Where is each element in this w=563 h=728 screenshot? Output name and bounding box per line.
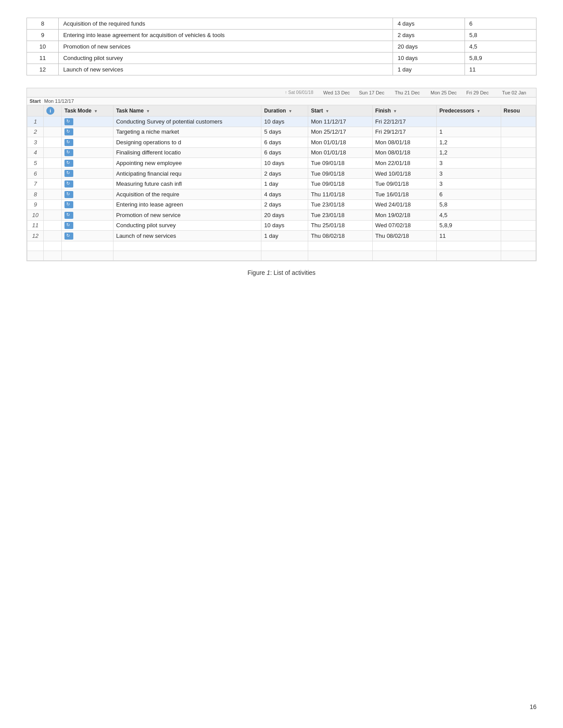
top-table-row: 11 Conducting pilot survey 10 days 5,8,9 (27, 53, 537, 64)
date-thu21: Thu 21 Dec (393, 89, 429, 96)
gantt-row-task-mode (62, 168, 113, 179)
gantt-row-finish: Wed 24/01/18 (372, 199, 436, 210)
gantt-row-finish: Mon 22/01/18 (372, 158, 436, 169)
gantt-row-num: 12 (27, 231, 44, 241)
start-date-value: Mon 11/12/17 (44, 98, 74, 104)
gantt-row-finish: Mon 08/01/18 (372, 147, 436, 158)
task-mode-icon (64, 201, 73, 208)
gantt-row-start: Tue 09/01/18 (308, 158, 372, 169)
row-predecessors: 5,8 (465, 30, 536, 41)
gantt-row-task-mode (62, 127, 113, 137)
row-task-name: Promotion of new services (59, 41, 393, 53)
gantt-row-start: Tue 09/01/18 (308, 168, 372, 179)
gantt-row-task-name: Conducting Survey of potential customers (113, 116, 261, 127)
gantt-start-row: Start Mon 11/12/17 (27, 98, 536, 105)
gantt-row-predecessors: 11 (437, 231, 501, 241)
col-info-header: i (44, 105, 62, 116)
gantt-row-finish: Thu 08/02/18 (372, 231, 436, 241)
gantt-row-resources (501, 127, 536, 137)
gantt-row-duration: 10 days (261, 220, 308, 231)
gantt-row-task-mode (62, 179, 113, 189)
gantt-row: 3 Designing operations to d 6 days Mon 0… (27, 137, 536, 148)
row-predecessors: 11 (465, 64, 536, 75)
gantt-row-predecessors: 4,5 (437, 210, 501, 221)
row-predecessors: 5,8,9 (465, 53, 536, 64)
gantt-row-duration: 2 days (261, 168, 308, 179)
gantt-row-task-name: Targeting a niche market (113, 127, 261, 137)
gantt-row-predecessors: 3 (437, 158, 501, 169)
gantt-row-task-mode (62, 220, 113, 231)
task-mode-icon (64, 149, 73, 156)
row-duration: 20 days (393, 41, 465, 53)
row-num: 8 (27, 18, 59, 30)
gantt-row-task-mode (62, 210, 113, 221)
gantt-row-num: 1 (27, 116, 44, 127)
gantt-row-resources (501, 231, 536, 241)
gantt-row-predecessors: 5,8 (437, 199, 501, 210)
figure-suffix: : List of activities (270, 269, 316, 276)
gantt-row-task-mode (62, 199, 113, 210)
gantt-row-resources (501, 137, 536, 148)
row-task-name: Acquisition of the required funds (59, 18, 393, 30)
gantt-row-finish: Fri 29/12/17 (372, 127, 436, 137)
gantt-row-start: Thu 08/02/18 (308, 231, 372, 241)
start-arrow: ▼ (325, 109, 329, 113)
gantt-row-task-name: Acquisition of the require (113, 189, 261, 199)
task-mode-icon (64, 212, 73, 219)
gantt-row-resources (501, 168, 536, 179)
gantt-row-task-name: Finalising different locatio (113, 147, 261, 158)
row-duration: 1 day (393, 64, 465, 75)
gantt-row-finish: Mon 08/01/18 (372, 137, 436, 148)
row-task-name: Conducting pilot survey (59, 53, 393, 64)
gantt-row-duration: 10 days (261, 116, 308, 127)
gantt-row-info (44, 210, 62, 221)
gantt-row-info (44, 116, 62, 127)
gantt-row-info (44, 179, 62, 189)
date-tue02: Tue 02 Jan (500, 89, 536, 96)
gantt-row-start: Thu 11/01/18 (308, 189, 372, 199)
gantt-row-info (44, 199, 62, 210)
gantt-row: 10 Promotion of new service 20 days Tue … (27, 210, 536, 221)
figure-number: 1 (267, 269, 270, 276)
gantt-row-num: 3 (27, 137, 44, 148)
gantt-row-num: 8 (27, 189, 44, 199)
gantt-row-predecessors: 6 (437, 189, 501, 199)
gantt-row-resources (501, 220, 536, 231)
top-table-row: 8 Acquisition of the required funds 4 da… (27, 18, 537, 30)
task-mode-icon (64, 191, 73, 198)
col-duration-header: Duration ▼ (261, 105, 308, 116)
figure-caption: Figure 1: List of activities (26, 269, 537, 276)
gantt-row-task-mode (62, 158, 113, 169)
col-num-header (27, 105, 44, 116)
gantt-row-duration: 6 days (261, 147, 308, 158)
gantt-row-info (44, 231, 62, 241)
gantt-row-resources (501, 179, 536, 189)
date-mon25: Mon 25 Dec (429, 89, 465, 96)
gantt-row-resources (501, 116, 536, 127)
gantt-row-task-name: Promotion of new service (113, 210, 261, 221)
row-num: 10 (27, 41, 59, 53)
row-task-name: Entering into lease agreement for acquis… (59, 30, 393, 41)
col-task-mode-header: Task Mode ▼ (62, 105, 113, 116)
gantt-row-num: 9 (27, 199, 44, 210)
task-mode-icon (64, 170, 73, 177)
gantt-row-finish: Fri 22/12/17 (372, 116, 436, 127)
gantt-header-row: i Task Mode ▼ Task Name ▼ Duration ▼ Sta… (27, 105, 536, 116)
gantt-row-duration: 1 day (261, 231, 308, 241)
figure-text: Figure (247, 269, 267, 276)
row-num: 12 (27, 64, 59, 75)
date-label-1: ↑ Sat 06/01/18 (283, 89, 319, 96)
date-fri29: Fri 29 Dec (465, 89, 500, 96)
task-mode-arrow: ▼ (94, 109, 98, 113)
date-sun17: Sun 17 Dec (357, 89, 393, 96)
gantt-row-duration: 6 days (261, 137, 308, 148)
gantt-row-task-name: Launch of new services (113, 231, 261, 241)
gantt-row-info (44, 220, 62, 231)
row-num: 9 (27, 30, 59, 41)
gantt-row: 11 Conducting pilot survey 10 days Thu 2… (27, 220, 536, 231)
top-table-row: 10 Promotion of new services 20 days 4,5 (27, 41, 537, 53)
gantt-row-num: 11 (27, 220, 44, 231)
gantt-empty-row (27, 241, 536, 251)
gantt-row-start: Tue 23/01/18 (308, 210, 372, 221)
gantt-row-duration: 4 days (261, 189, 308, 199)
